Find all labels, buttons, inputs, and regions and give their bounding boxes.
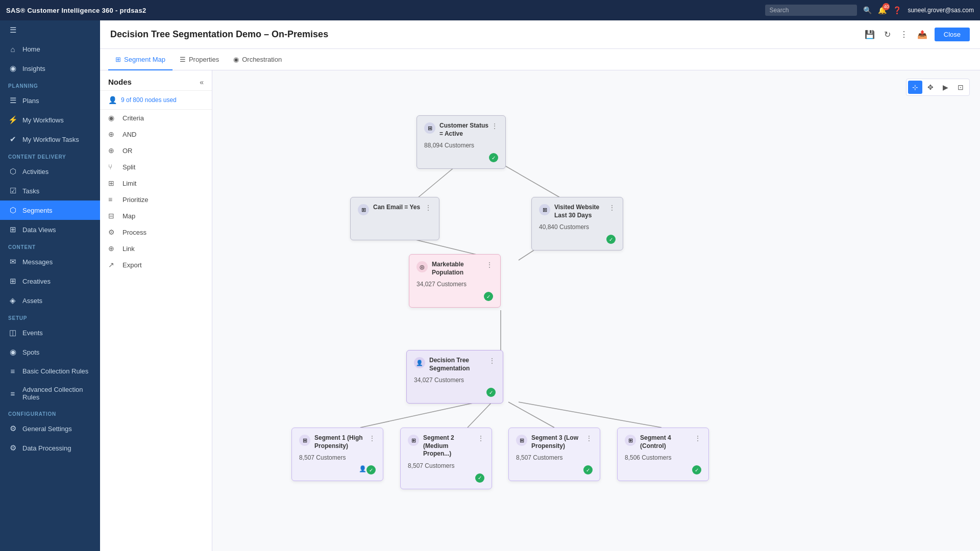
node-menu-icon[interactable]: ⋮ bbox=[425, 204, 432, 212]
export-icon: ↗ bbox=[108, 261, 117, 269]
sidebar-item-label: Data Processing bbox=[22, 444, 71, 452]
sidebar-item-messages[interactable]: ✉ Messages bbox=[0, 252, 100, 271]
tab-orchestration[interactable]: ◉ Orchestration bbox=[226, 49, 289, 70]
node-segment1[interactable]: ⊞ Segment 1 (High Propensity) ⋮ 8,507 Cu… bbox=[291, 428, 383, 481]
node-label: Map bbox=[122, 212, 135, 220]
sidebar-item-events[interactable]: ◫ Events bbox=[0, 323, 100, 342]
sidebar-item-label: Events bbox=[22, 329, 43, 337]
sidebar-item-segments[interactable]: ⬡ Segments bbox=[0, 201, 100, 220]
node-prioritize[interactable]: ≡ Prioritize bbox=[100, 191, 212, 208]
node-footer: 👤 ✓ bbox=[299, 465, 376, 474]
more-options-button[interactable]: ⋮ bbox=[898, 28, 910, 41]
node-title-row: ⊞ Segment 1 (High Propensity) bbox=[299, 434, 369, 450]
node-limit[interactable]: ⊞ Limit bbox=[100, 175, 212, 191]
sidebar-item-label: My Workflow Tasks bbox=[22, 136, 79, 143]
tab-label: Segment Map bbox=[124, 56, 165, 63]
help-icon[interactable]: ❓ bbox=[893, 6, 901, 14]
data-views-icon: ⊞ bbox=[8, 225, 17, 234]
sidebar-item-label: Insights bbox=[22, 65, 45, 72]
sidebar-item-creatives[interactable]: ⊞ Creatives bbox=[0, 271, 100, 291]
node-or[interactable]: ⊕ OR bbox=[100, 142, 212, 159]
sidebar-item-activities[interactable]: ⬡ Activities bbox=[0, 162, 100, 181]
node-criteria[interactable]: ◉ Criteria bbox=[100, 110, 212, 126]
tab-properties[interactable]: ☰ Properties bbox=[173, 49, 226, 70]
title-bar: Decision Tree Segmentation Demo – On-Pre… bbox=[100, 20, 980, 49]
node-segment4[interactable]: ⊞ Segment 4 (Control) ⋮ 8,506 Customers … bbox=[617, 428, 709, 481]
search-input[interactable] bbox=[765, 5, 857, 16]
node-title-row: ⊞ Segment 2 (Medium Propen...) bbox=[408, 434, 477, 458]
close-button[interactable]: Close bbox=[935, 28, 970, 41]
select-tool-button[interactable]: ⊹ bbox=[908, 81, 922, 94]
node-count: 88,094 Customers bbox=[424, 142, 498, 149]
notification-icon[interactable]: 🔔40 bbox=[878, 6, 887, 14]
node-menu-icon[interactable]: ⋮ bbox=[585, 434, 593, 442]
node-menu-icon[interactable]: ⋮ bbox=[477, 434, 484, 442]
node-menu-icon[interactable]: ⋮ bbox=[694, 434, 701, 442]
sidebar-item-my-workflow-tasks[interactable]: ✔ My Workflow Tasks bbox=[0, 130, 100, 149]
nodes-used-row: 👤 9 of 800 nodes used bbox=[100, 91, 212, 110]
search-icon[interactable]: 🔍 bbox=[863, 6, 872, 14]
sidebar-item-home[interactable]: ⌂ Home bbox=[0, 40, 100, 59]
sidebar-item-insights[interactable]: ◉ Insights bbox=[0, 59, 100, 78]
data-processing-icon: ⚙ bbox=[8, 443, 17, 453]
sidebar-item-label: Activities bbox=[22, 168, 48, 176]
node-process[interactable]: ⚙ Process bbox=[100, 224, 212, 240]
node-title-row: ⊞ Segment 3 (Low Propensity) bbox=[516, 434, 585, 450]
node-title-row: ◎ Marketable Population bbox=[416, 261, 486, 277]
sidebar-item-plans[interactable]: ☰ Plans bbox=[0, 91, 100, 110]
node-menu-icon[interactable]: ⋮ bbox=[488, 357, 496, 365]
node-marketable-population[interactable]: ◎ Marketable Population ⋮ 34,027 Custome… bbox=[409, 254, 501, 308]
node-visited-website[interactable]: ⊞ Visited Website Last 30 Days ⋮ 40,840 … bbox=[531, 197, 623, 251]
node-menu-icon[interactable]: ⋮ bbox=[608, 204, 616, 212]
node-label: Criteria bbox=[122, 114, 144, 122]
sidebar-item-basic-collection-rules[interactable]: ≡ Basic Collection Rules bbox=[0, 362, 100, 381]
diagram-canvas[interactable]: ⊹ ✥ ▶ ⊡ bbox=[212, 70, 980, 551]
node-can-email[interactable]: ⊞ Can Email = Yes ⋮ bbox=[350, 197, 439, 240]
user-email[interactable]: suneel.grover@sas.com bbox=[908, 7, 974, 14]
node-menu-icon[interactable]: ⋮ bbox=[491, 122, 498, 130]
node-split[interactable]: ⑂ Split bbox=[100, 159, 212, 175]
node-label: Split bbox=[122, 163, 135, 171]
svg-line-6 bbox=[468, 402, 492, 428]
node-menu-icon[interactable]: ⋮ bbox=[486, 261, 493, 269]
pan-tool-button[interactable]: ✥ bbox=[923, 81, 938, 94]
sidebar-item-spots[interactable]: ◉ Spots bbox=[0, 342, 100, 362]
sidebar-item-advanced-collection-rules[interactable]: ≡ Advanced Collection Rules bbox=[0, 381, 100, 406]
node-menu-icon[interactable]: ⋮ bbox=[369, 434, 376, 442]
sidebar-section-configuration: Configuration bbox=[0, 406, 100, 419]
menu-icon: ☰ bbox=[8, 26, 17, 35]
save-button[interactable]: 💾 bbox=[863, 28, 877, 41]
export-button[interactable]: 📤 bbox=[915, 28, 929, 41]
node-export[interactable]: ↗ Export bbox=[100, 257, 212, 273]
node-title: Decision Tree Segmentation bbox=[429, 357, 488, 372]
tasks-icon: ✔ bbox=[8, 135, 17, 144]
sidebar-item-label: General Settings bbox=[22, 425, 72, 433]
node-and[interactable]: ⊕ AND bbox=[100, 126, 212, 142]
play-button[interactable]: ▶ bbox=[939, 81, 952, 94]
collapse-panel-button[interactable]: « bbox=[200, 78, 204, 86]
tab-segment-map[interactable]: ⊞ Segment Map bbox=[108, 49, 173, 70]
node-link[interactable]: ⊕ Link bbox=[100, 240, 212, 257]
node-segment2[interactable]: ⊞ Segment 2 (Medium Propen...) ⋮ 8,507 C… bbox=[400, 428, 492, 489]
sidebar-item-data-views[interactable]: ⊞ Data Views bbox=[0, 220, 100, 239]
node-title: Segment 4 (Control) bbox=[640, 434, 694, 450]
node-customer-status[interactable]: ⊞ Customer Status = Active ⋮ 88,094 Cust… bbox=[416, 115, 506, 169]
node-decision-tree-header: 👤 Decision Tree Segmentation ⋮ bbox=[414, 357, 496, 372]
sidebar-item-data-processing[interactable]: ⚙ Data Processing bbox=[0, 438, 100, 458]
sidebar-section-planning: Planning bbox=[0, 78, 100, 91]
tab-label: Properties bbox=[189, 56, 219, 63]
sidebar-item-tasks[interactable]: ☑ Tasks bbox=[0, 181, 100, 201]
sidebar-item-menu[interactable]: ☰ bbox=[0, 20, 100, 40]
fit-button[interactable]: ⊡ bbox=[953, 81, 968, 94]
refresh-button[interactable]: ↻ bbox=[882, 28, 893, 41]
node-decision-tree[interactable]: 👤 Decision Tree Segmentation ⋮ 34,027 Cu… bbox=[406, 350, 503, 404]
sidebar-item-label: Plans bbox=[22, 97, 39, 105]
node-map[interactable]: ⊟ Map bbox=[100, 208, 212, 224]
node-footer: ✓ bbox=[539, 235, 616, 244]
sidebar-item-assets[interactable]: ◈ Assets bbox=[0, 291, 100, 310]
sidebar-item-general-settings[interactable]: ⚙ General Settings bbox=[0, 419, 100, 438]
sidebar-item-label: Messages bbox=[22, 258, 53, 266]
node-segment3-header: ⊞ Segment 3 (Low Propensity) ⋮ bbox=[516, 434, 593, 450]
node-segment3[interactable]: ⊞ Segment 3 (Low Propensity) ⋮ 8,507 Cus… bbox=[508, 428, 600, 481]
sidebar-item-my-workflows[interactable]: ⚡ My Workflows bbox=[0, 110, 100, 130]
